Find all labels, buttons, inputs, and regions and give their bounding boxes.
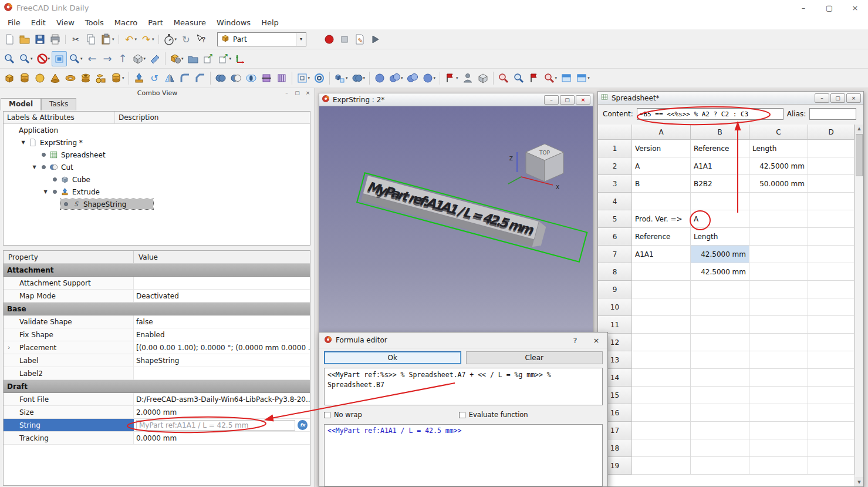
cell-B8[interactable]: 42.5000 mm — [691, 263, 749, 281]
join-connect-button[interactable] — [372, 70, 387, 86]
selection-bounding-box-button[interactable] — [52, 51, 67, 66]
property-row-placement[interactable]: ›Placement[(0.00 0.00 1.00); 0.0000 °; (… — [4, 341, 310, 354]
convert-to-solid-button[interactable] — [475, 70, 491, 86]
macro-execute-button[interactable] — [367, 32, 383, 47]
cell-A8[interactable] — [632, 263, 691, 281]
tree-item-spreadsheet[interactable]: Spreadsheet — [4, 149, 310, 161]
cell-D4[interactable] — [808, 193, 855, 210]
cell-B18[interactable] — [691, 439, 749, 457]
cell-D1[interactable] — [808, 140, 855, 157]
split-slice-button[interactable]: ▾ — [387, 70, 405, 86]
boolean-common-button[interactable] — [244, 70, 259, 86]
thickness-button[interactable] — [312, 70, 327, 86]
property-row-map-mode[interactable]: Map ModeDeactivated — [4, 290, 310, 303]
close-button[interactable]: × — [576, 95, 590, 105]
measure-refresh-button[interactable] — [559, 70, 574, 86]
tree-item-exprstring[interactable]: ▼ExprString * — [4, 136, 310, 149]
cell-D18[interactable] — [808, 439, 855, 457]
cell-B16[interactable] — [691, 404, 749, 422]
chamfer-button[interactable] — [192, 70, 208, 86]
restore-button[interactable]: ▢ — [560, 95, 575, 105]
minimize-button[interactable]: – — [791, 0, 816, 15]
property-row-label2[interactable]: Label2 — [4, 367, 310, 380]
tab-tasks[interactable]: Tasks — [41, 98, 76, 110]
create-group-button[interactable] — [185, 51, 201, 66]
close-button[interactable]: × — [590, 336, 603, 345]
cylinder-button[interactable] — [17, 70, 32, 86]
boolean-fragments-button[interactable]: ▾ — [420, 70, 438, 86]
property-row-tracking[interactable]: Tracking0.0000 mm — [4, 432, 310, 445]
cell-A13[interactable] — [632, 351, 691, 369]
cell-C9[interactable] — [749, 281, 808, 298]
row-header-3[interactable]: 3 — [598, 175, 632, 193]
extrude-button[interactable] — [131, 70, 147, 86]
checkbox-icon[interactable] — [324, 412, 330, 418]
column-header-C[interactable]: C — [749, 125, 808, 140]
make-link-button[interactable]: ↗ — [201, 51, 216, 66]
cell-C7[interactable] — [749, 246, 808, 263]
cell-A16[interactable] — [632, 404, 691, 422]
cell-A10[interactable] — [632, 298, 691, 316]
cell-B15[interactable] — [691, 387, 749, 404]
menu-item-macro[interactable]: Macro — [109, 16, 143, 29]
clear-button[interactable]: Clear — [466, 351, 603, 364]
draw-style-button[interactable]: ▾ — [35, 51, 52, 66]
property-row-size[interactable]: Size2.0000 mm — [4, 406, 310, 419]
tree-item-shapestring[interactable]: SShapeString — [4, 198, 310, 210]
macro-timing-button[interactable]: ▾ — [161, 32, 179, 47]
property-row-string[interactable]: StringMyPart ref:A1A1 / L = 42.5 mmfx — [4, 419, 310, 432]
fit-selection-button[interactable]: ▾ — [17, 51, 35, 66]
cell-A7[interactable]: A1A1 — [632, 246, 691, 263]
create-part-button[interactable]: ▾ — [168, 51, 185, 66]
macro-edit-button[interactable]: ✎ — [352, 32, 367, 47]
cell-D6[interactable] — [808, 228, 855, 246]
row-header-8[interactable]: 8 — [598, 263, 632, 281]
dependency-graph-button[interactable] — [511, 70, 526, 86]
expander-icon[interactable]: ▼ — [19, 140, 27, 145]
menu-item-part[interactable]: Part — [143, 16, 168, 29]
mirror-button[interactable] — [162, 70, 177, 86]
tree-item-extrude[interactable]: ▼Extrude — [4, 186, 310, 198]
revolve-button[interactable]: ↺ — [147, 70, 162, 86]
cell-D17[interactable] — [808, 422, 855, 439]
cell-C18[interactable] — [749, 439, 808, 457]
cut-button[interactable]: ✂ — [68, 32, 83, 47]
cell-C4[interactable] — [749, 193, 808, 210]
box-button[interactable] — [2, 70, 17, 86]
close-button[interactable]: × — [842, 0, 868, 15]
property-group-attachment[interactable]: Attachment — [4, 264, 310, 277]
cell-B9[interactable] — [691, 281, 749, 298]
cell-D14[interactable] — [808, 369, 855, 387]
tree-item-cut[interactable]: ▼Cut — [4, 161, 310, 173]
dock-minimize-button[interactable]: – — [282, 89, 291, 97]
scrollbar-thumb[interactable] — [856, 134, 863, 176]
chevron-down-icon[interactable]: ▾ — [296, 33, 306, 46]
minimize-button[interactable]: – — [544, 95, 559, 105]
cell-C13[interactable] — [749, 351, 808, 369]
row-header-11[interactable]: 11 — [598, 316, 632, 334]
cell-B19[interactable] — [691, 457, 749, 475]
shape-builder-button[interactable] — [93, 70, 109, 86]
row-header-1[interactable]: 1 — [598, 140, 632, 157]
3d-view-titlebar[interactable]: ExprString : 2* – ▢ × — [319, 93, 593, 106]
menu-item-windows[interactable]: Windows — [211, 16, 256, 29]
menu-item-measure[interactable]: Measure — [168, 16, 211, 29]
property-row-attachment-support[interactable]: Attachment Support — [4, 277, 310, 290]
view-axonometric-button[interactable]: ▾ — [130, 51, 148, 66]
cell-B11[interactable] — [691, 316, 749, 334]
cell-C17[interactable] — [749, 422, 808, 439]
cell-A18[interactable] — [632, 439, 691, 457]
dock-close-button[interactable]: × — [303, 89, 312, 97]
cell-B5[interactable]: A — [691, 210, 749, 228]
cell-B17[interactable] — [691, 422, 749, 439]
cell-C16[interactable] — [749, 404, 808, 422]
boolean-button[interactable]: ▾ — [350, 70, 367, 86]
cell-B1[interactable]: Reference — [691, 140, 749, 157]
cell-C11[interactable] — [749, 316, 808, 334]
menu-item-tools[interactable]: Tools — [80, 16, 109, 29]
cell-A5[interactable]: Prod. Ver. => — [632, 210, 691, 228]
ok-button[interactable]: Ok — [324, 351, 461, 364]
cell-D12[interactable] — [808, 334, 855, 351]
cell-B3[interactable]: B2B2 — [691, 175, 749, 193]
copy-button[interactable] — [83, 32, 99, 47]
